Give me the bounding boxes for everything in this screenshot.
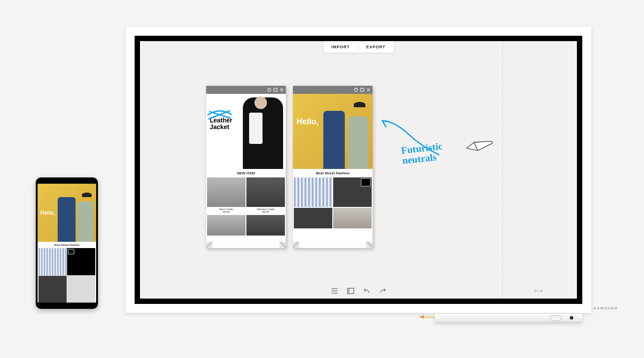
- pen-tray: [435, 314, 582, 322]
- card2-hero-photo: [321, 102, 370, 169]
- resize-handle-icon[interactable]: [280, 242, 286, 248]
- whiteboard-canvas[interactable]: IMPORT EXPORT Leather Jacket: [140, 41, 577, 299]
- card2-section-title: Best Street Fashion: [293, 169, 373, 177]
- embedded-window-2[interactable]: Hello, Best Street Fashion: [293, 86, 373, 248]
- page-divider: [502, 41, 503, 299]
- embedded-window-1[interactable]: Leather Jacket NEW ITEM Men's Daily 89.0…: [206, 86, 286, 248]
- bottom-toolbar: [330, 287, 387, 295]
- window-titlebar: [293, 86, 373, 94]
- smartphone-screen: Hello, Best Street Fashion: [38, 184, 96, 303]
- card1-hero-title: Leather Jacket: [210, 117, 233, 130]
- phone-section-title: Best Street Fashion: [38, 242, 96, 248]
- close-icon[interactable]: [280, 88, 284, 92]
- phone-hero-photo: [58, 193, 93, 242]
- phone-grid-item: [67, 276, 95, 303]
- card2-grid: [293, 177, 373, 228]
- card1-hero-photo: [243, 97, 283, 169]
- grid-item: [207, 215, 246, 236]
- resize-handle-icon[interactable]: [366, 242, 373, 248]
- pen-cursor-icon: [463, 128, 496, 161]
- phone-hero-title: Hello,: [40, 210, 55, 216]
- export-tab[interactable]: EXPORT: [358, 45, 394, 49]
- display-bezel: IMPORT EXPORT Leather Jacket: [135, 36, 582, 304]
- card1-hero-line2: Jacket: [210, 124, 233, 131]
- smartphone-device: Hello, Best Street Fashion: [36, 177, 98, 309]
- card2-hero-title: Hello,: [297, 117, 318, 126]
- grid-item: [246, 215, 285, 236]
- grid-item: [333, 177, 372, 207]
- product-visual: Hello, Best Street Fashion IMPORT: [0, 0, 644, 358]
- top-tab-bar: IMPORT EXPORT: [323, 41, 394, 53]
- svg-rect-1: [274, 88, 277, 92]
- maximize-icon[interactable]: [360, 88, 364, 92]
- resize-handle-icon[interactable]: [206, 242, 212, 248]
- grid-item: Men's Daily 89.00: [207, 177, 246, 207]
- card1-hero-line1: Leather: [210, 117, 233, 124]
- card2-hero: Hello,: [293, 94, 373, 169]
- window-titlebar: [206, 86, 286, 94]
- grid-caption: Woman's Daily 89.00: [246, 208, 285, 213]
- annotation-text: Futuristic neutrals: [401, 141, 444, 166]
- rotate-icon[interactable]: [354, 88, 358, 92]
- maximize-icon[interactable]: [273, 88, 278, 92]
- close-icon[interactable]: [366, 88, 371, 92]
- brand-label: SAMSUNG: [593, 306, 618, 310]
- grid-caption: Men's Daily 89.00: [207, 208, 246, 213]
- undo-icon[interactable]: [363, 287, 371, 295]
- phone-grid-item: [38, 276, 67, 303]
- import-tab[interactable]: IMPORT: [323, 45, 358, 49]
- menu-icon[interactable]: [330, 287, 339, 295]
- phone-hero: Hello,: [38, 184, 96, 242]
- svg-rect-4: [347, 288, 354, 294]
- card1-section-title: NEW ITEM: [206, 169, 286, 177]
- svg-rect-3: [361, 88, 364, 92]
- page-scroll-icon[interactable]: [534, 288, 543, 294]
- card1-grid: Men's Daily 89.00 Woman's Daily 89.00: [206, 177, 286, 236]
- flip-display: IMPORT EXPORT Leather Jacket: [126, 27, 591, 313]
- phone-grid-item: [38, 248, 67, 275]
- grid-item: [294, 177, 332, 207]
- phone-product-grid: [38, 248, 96, 303]
- phone-grid-item: [67, 248, 95, 275]
- card1-hero: Leather Jacket: [206, 94, 286, 169]
- resize-handle-icon[interactable]: [293, 242, 299, 248]
- roll-icon[interactable]: [347, 287, 355, 295]
- grid-item: [294, 208, 332, 228]
- grid-item: Woman's Daily 89.00: [246, 177, 285, 207]
- grid-item: [333, 208, 372, 228]
- redo-icon[interactable]: [379, 287, 387, 295]
- rotate-icon[interactable]: [267, 88, 271, 92]
